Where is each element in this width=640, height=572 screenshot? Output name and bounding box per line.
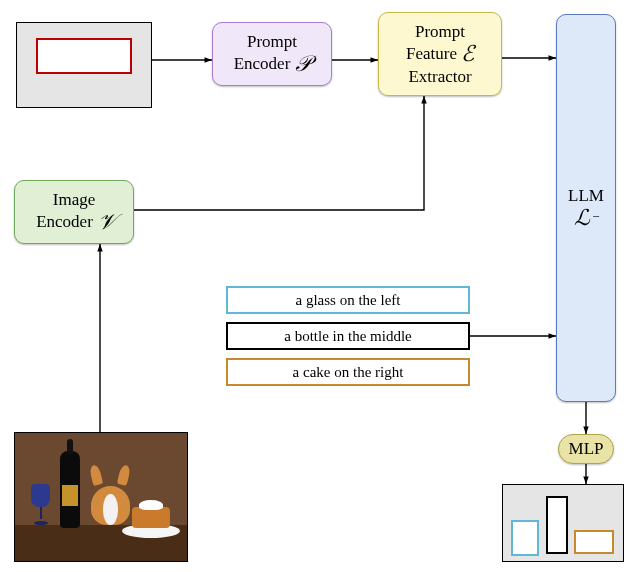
feature-extractor-line1: Prompt <box>415 22 465 42</box>
text-query-3: a cake on the right <box>226 358 470 386</box>
prompt-encoder-line2: Encoder <box>234 54 291 74</box>
cake-icon <box>132 507 170 527</box>
output-box-1 <box>511 520 539 556</box>
feature-extractor-line2: Feature <box>406 44 457 64</box>
feature-extractor-symbol: ℰ <box>461 41 474 66</box>
text-query-1: a glass on the left <box>226 286 470 314</box>
glass-icon <box>29 484 53 525</box>
text-query-2: a bottle in the middle <box>226 322 470 350</box>
llm-superscript: − <box>592 210 599 225</box>
image-encoder-line2: Encoder <box>36 212 93 232</box>
prompt-encoder-line1: Prompt <box>247 32 297 52</box>
feature-extractor-block: Prompt Feature ℰ Extractor <box>378 12 502 96</box>
region-prompt-box <box>36 38 132 74</box>
output-box-2 <box>546 496 568 554</box>
image-encoder-symbol: 𝒱 <box>97 209 112 234</box>
mlp-block: MLP <box>558 434 614 464</box>
bottle-icon <box>60 451 81 528</box>
prompt-encoder-block: Prompt Encoder 𝒫 <box>212 22 332 86</box>
llm-symbol: ℒ <box>574 205 590 230</box>
image-encoder-line1: Image <box>53 190 95 210</box>
feature-extractor-line3: Extractor <box>408 67 471 87</box>
dog-icon <box>91 469 131 525</box>
input-image <box>14 432 188 562</box>
prompt-encoder-symbol: 𝒫 <box>294 51 310 76</box>
output-box-3 <box>574 530 614 554</box>
image-encoder-block: Image Encoder 𝒱 <box>14 180 134 244</box>
mlp-label: MLP <box>569 439 604 459</box>
llm-label: LLM <box>568 186 604 206</box>
llm-block: LLM ℒ− <box>556 14 616 402</box>
